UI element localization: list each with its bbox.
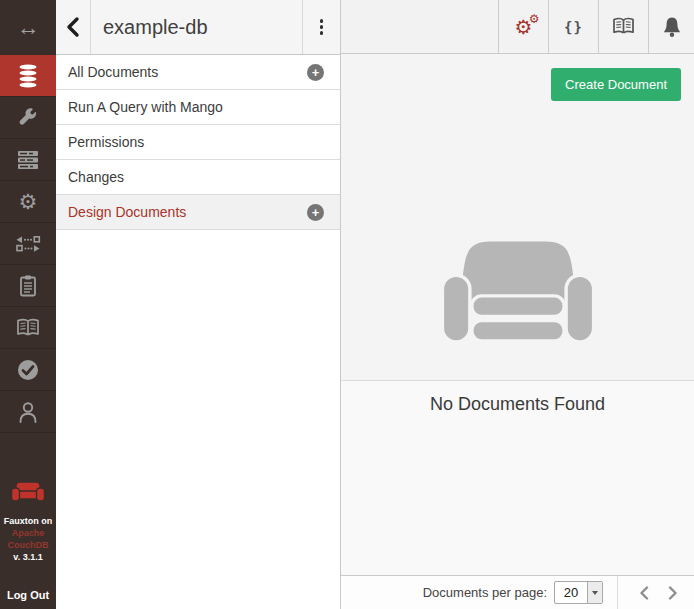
database-header: example-db — [56, 0, 340, 55]
menu-item-label: Run A Query with Mango — [68, 99, 223, 115]
collapse-sidebar-button[interactable]: ↔ — [0, 0, 56, 55]
replication-icon — [15, 235, 41, 253]
select-caret-icon — [587, 582, 602, 603]
brand-couchdb-link[interactable]: CouchDB — [0, 539, 56, 551]
database-title-wrap: example-db — [90, 0, 302, 54]
fauxton-brand: Fauxton on Apache CouchDB v. 3.1.1 Log O… — [0, 479, 56, 609]
menu-item-all-documents[interactable]: All Documents + — [56, 55, 340, 90]
json-braces-icon: {} — [564, 19, 583, 35]
open-book-icon — [611, 17, 636, 36]
menu-item-label: All Documents — [68, 64, 158, 80]
database-icon — [16, 63, 40, 89]
sidebar-item-account[interactable] — [0, 391, 56, 433]
documents-view: Create Document No Documents Found — [341, 54, 694, 575]
content-topbar: ⚙⚙ {} — [341, 0, 694, 54]
topbar-spacer — [341, 0, 498, 53]
sidebar-item-replication[interactable] — [0, 223, 56, 265]
empty-state-message: No Documents Found — [341, 394, 694, 415]
notifications-button[interactable] — [648, 0, 694, 53]
chevron-right-icon — [668, 586, 678, 600]
sidebar-item-databases[interactable] — [0, 55, 56, 97]
empty-state-upper: Create Document — [341, 54, 694, 381]
sidebar-item-setup[interactable] — [0, 97, 56, 139]
create-document-button[interactable]: Create Document — [551, 68, 681, 101]
per-page-value: 20 — [555, 582, 587, 603]
kebab-dot — [320, 25, 324, 29]
add-design-document-button[interactable]: + — [307, 204, 324, 221]
clipboard-icon — [18, 274, 38, 298]
previous-page-button[interactable] — [631, 580, 657, 606]
menu-item-label: Permissions — [68, 134, 144, 150]
empty-state-lower: No Documents Found — [341, 381, 694, 575]
wrench-icon — [17, 107, 39, 129]
admin-party-button[interactable]: ⚙⚙ — [498, 0, 548, 53]
menu-item-label: Design Documents — [68, 204, 186, 220]
documentation-button[interactable] — [598, 0, 648, 53]
sidebar-item-verify[interactable] — [0, 349, 56, 391]
kebab-dot — [320, 31, 324, 35]
per-page-label: Documents per page: — [423, 585, 547, 600]
empty-couch-illustration — [439, 236, 597, 344]
next-page-button[interactable] — [660, 580, 686, 606]
content-area: ⚙⚙ {} — [341, 0, 694, 609]
pagination-footer: Documents per page: 20 — [341, 575, 694, 609]
chevron-left-icon — [639, 586, 649, 600]
database-options-menu-button[interactable] — [302, 0, 340, 54]
logout-link[interactable]: Log Out — [0, 589, 56, 601]
database-menu: All Documents + Run A Query with Mango P… — [56, 55, 340, 230]
sidebar-item-documentation[interactable] — [0, 307, 56, 349]
add-document-button[interactable]: + — [307, 64, 324, 81]
chevron-left-icon — [64, 16, 82, 38]
back-button[interactable] — [56, 0, 90, 54]
menu-item-changes[interactable]: Changes — [56, 160, 340, 195]
kebab-dot — [320, 19, 324, 23]
couchdb-logo-icon — [9, 479, 47, 505]
horizontal-arrows-icon: ↔ — [17, 14, 40, 41]
brand-line-1: Fauxton on — [0, 515, 56, 527]
menu-item-permissions[interactable]: Permissions — [56, 125, 340, 160]
sidebar-item-configuration[interactable]: ⚙ — [0, 181, 56, 223]
bell-icon — [662, 16, 682, 38]
per-page-select[interactable]: 20 — [554, 581, 603, 604]
sidebar-item-active-docs[interactable] — [0, 265, 56, 307]
database-title: example-db — [103, 16, 208, 39]
menu-item-design-documents[interactable]: Design Documents + — [56, 195, 340, 230]
check-circle-icon — [16, 358, 40, 382]
active-tasks-icon — [17, 150, 39, 170]
person-icon — [17, 401, 39, 423]
json-api-button[interactable]: {} — [548, 0, 598, 53]
open-book-icon — [15, 318, 41, 338]
fauxton-app: ↔ — [0, 0, 694, 609]
database-panel: example-db All Documents + Run A Query w… — [56, 0, 341, 609]
admin-gears-icon: ⚙⚙ — [515, 17, 533, 37]
brand-apache-link[interactable]: Apache — [0, 527, 56, 539]
menu-item-mango-query[interactable]: Run A Query with Mango — [56, 90, 340, 125]
brand-version: v. 3.1.1 — [0, 551, 56, 563]
menu-item-label: Changes — [68, 169, 124, 185]
main-nav-sidebar: ↔ — [0, 0, 56, 609]
gear-icon: ⚙ — [19, 191, 38, 212]
footer-divider — [617, 576, 618, 609]
sidebar-item-active-tasks[interactable] — [0, 139, 56, 181]
